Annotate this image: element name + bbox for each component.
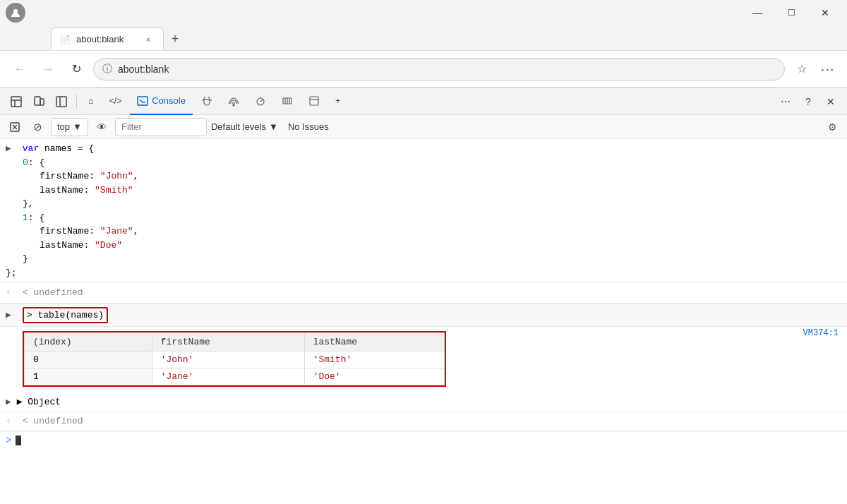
console-output: ▶ var names = { 0: { firstName: "John", … bbox=[0, 139, 847, 504]
title-bar-left bbox=[6, 3, 25, 23]
url-bar[interactable]: ⓘ about:blank bbox=[93, 58, 785, 80]
expand-arrow-1[interactable]: ▶ bbox=[6, 142, 14, 156]
svg-rect-5 bbox=[40, 99, 44, 105]
svg-rect-4 bbox=[35, 97, 40, 105]
address-bar-actions: ☆ ⋯ bbox=[791, 58, 839, 80]
default-levels-label: Default levels bbox=[211, 121, 266, 132]
eye-button[interactable]: 👁 bbox=[92, 118, 111, 136]
tab-label: about:blank bbox=[76, 34, 124, 44]
device-emulation-button[interactable] bbox=[28, 92, 49, 112]
var-declaration-entry: ▶ var names = { 0: { firstName: "John", … bbox=[0, 139, 847, 283]
code-line-6: 1: { bbox=[23, 211, 841, 225]
cell-index-1: 1 bbox=[25, 368, 152, 385]
tab-home[interactable]: ⌂ bbox=[81, 88, 101, 115]
new-tab-button[interactable]: + bbox=[164, 28, 186, 50]
clear-console-button[interactable] bbox=[6, 118, 24, 136]
tab-debugger[interactable] bbox=[194, 88, 220, 115]
object-label: ▶ Object bbox=[17, 397, 61, 407]
svg-point-11 bbox=[204, 97, 205, 98]
cell-firstname-0: 'John' bbox=[152, 352, 304, 368]
devtools-panel: ⌂ </> Console bbox=[0, 88, 847, 504]
profile-icon[interactable] bbox=[6, 3, 25, 23]
tab-more-plus[interactable]: + bbox=[328, 88, 348, 115]
undefined-entry-1: ‹ < undefined bbox=[0, 283, 847, 304]
cell-firstname-1: 'Jane' bbox=[152, 368, 304, 385]
console-table-wrapper: (index) firstName lastName 0 'John' 'Smi… bbox=[23, 331, 446, 387]
col-header-firstname: firstName bbox=[152, 333, 304, 352]
code-line-2: 0: { bbox=[23, 156, 841, 170]
svg-rect-6 bbox=[56, 97, 66, 107]
console-input-line[interactable]: > bbox=[0, 431, 847, 449]
inspect-element-button[interactable] bbox=[6, 92, 27, 112]
console-cursor bbox=[16, 436, 21, 445]
code-line-9: } bbox=[23, 252, 841, 266]
console-prompt: > bbox=[6, 435, 11, 446]
levels-arrow: ▼ bbox=[269, 121, 278, 132]
svg-rect-1 bbox=[11, 97, 21, 107]
back-button[interactable]: ← bbox=[8, 58, 31, 80]
col-header-lastname: lastName bbox=[304, 333, 444, 352]
devtools-close-button[interactable]: ✕ bbox=[820, 92, 841, 112]
minimize-button[interactable]: — bbox=[741, 1, 774, 24]
code-line-8: lastName: "Doe" bbox=[40, 239, 841, 253]
undefined-text-2: < undefined bbox=[23, 416, 83, 426]
table-command-entry: ▶ > table(names) bbox=[0, 304, 847, 328]
vm-ref: VM374:1 bbox=[803, 328, 839, 338]
col-header-index: (index) bbox=[25, 333, 152, 352]
table-output-container: VM374:1 (index) firstName lastName 0 'Jo… bbox=[0, 327, 847, 394]
tab-console[interactable]: Console bbox=[130, 88, 193, 115]
tab-performance[interactable] bbox=[248, 88, 273, 115]
favorites-button[interactable]: ☆ bbox=[791, 58, 813, 80]
svg-line-19 bbox=[260, 100, 263, 102]
url-text: about:blank bbox=[118, 64, 169, 75]
toggle-sidebar-button[interactable] bbox=[51, 92, 72, 112]
tab-application[interactable] bbox=[301, 88, 327, 115]
title-bar-right: — ☐ ✕ bbox=[741, 1, 841, 24]
cell-lastname-0: 'Smith' bbox=[304, 352, 444, 368]
code-line-5: }, bbox=[23, 197, 841, 211]
toolbar-separator-1 bbox=[76, 95, 77, 109]
url-info-icon: ⓘ bbox=[102, 63, 112, 76]
table-arrow[interactable]: ▶ bbox=[6, 308, 14, 323]
undefined-entry-2: ‹ < undefined bbox=[0, 412, 847, 432]
code-line-10: }; bbox=[6, 266, 841, 280]
context-selector[interactable]: top ▼ bbox=[51, 118, 88, 136]
tab-network[interactable] bbox=[221, 88, 246, 115]
title-bar: — ☐ ✕ bbox=[0, 0, 847, 25]
maximize-button[interactable]: ☐ bbox=[775, 1, 807, 24]
tab-memory[interactable] bbox=[275, 88, 300, 115]
object-entry: ▶ ▶ Object bbox=[0, 394, 847, 412]
undefined-arrow-1: ‹ bbox=[6, 286, 14, 300]
window-close-button[interactable]: ✕ bbox=[809, 1, 841, 24]
forward-button[interactable]: → bbox=[37, 58, 59, 80]
devtools-more-button[interactable]: ⋯ bbox=[775, 92, 796, 112]
svg-point-16 bbox=[233, 104, 234, 106]
svg-point-12 bbox=[208, 97, 210, 98]
console-toolbar: ⊘ top ▼ 👁 Default levels ▼ No Issues ⚙ bbox=[0, 115, 847, 139]
console-tab-label: Console bbox=[152, 95, 186, 106]
table-row: 0 'John' 'Smith' bbox=[25, 352, 445, 368]
more-button[interactable]: ⋯ bbox=[816, 58, 839, 80]
devtools-help-button[interactable]: ? bbox=[798, 92, 819, 112]
undefined-text-1: < undefined bbox=[23, 287, 83, 298]
console-filter-input[interactable] bbox=[115, 118, 207, 136]
cell-lastname-1: 'Doe' bbox=[304, 368, 444, 385]
address-bar: ← → ↻ ⓘ about:blank ☆ ⋯ bbox=[0, 51, 847, 88]
object-expand-arrow[interactable]: ▶ bbox=[6, 397, 11, 407]
svg-rect-8 bbox=[138, 97, 148, 105]
devtools-right-actions: ⋯ ? ✕ bbox=[775, 92, 841, 112]
table-command-text: > table(names) bbox=[27, 310, 104, 320]
cell-index-0: 0 bbox=[25, 352, 152, 368]
table-row: 1 'Jane' 'Doe' bbox=[25, 368, 445, 385]
context-dropdown-arrow: ▼ bbox=[73, 121, 82, 132]
devtools-toolbar: ⌂ </> Console bbox=[0, 88, 847, 115]
context-label: top bbox=[57, 121, 70, 132]
svg-rect-24 bbox=[310, 97, 318, 105]
tab-source[interactable]: </> bbox=[102, 88, 128, 115]
console-settings-button[interactable]: ⚙ bbox=[823, 118, 841, 136]
refresh-button[interactable]: ↻ bbox=[65, 58, 88, 80]
default-levels-selector[interactable]: Default levels ▼ bbox=[211, 121, 278, 132]
tab-close-button[interactable]: × bbox=[142, 33, 155, 46]
filter-toggle-button[interactable]: ⊘ bbox=[28, 118, 47, 136]
browser-tab[interactable]: 📄 about:blank × bbox=[51, 28, 164, 50]
